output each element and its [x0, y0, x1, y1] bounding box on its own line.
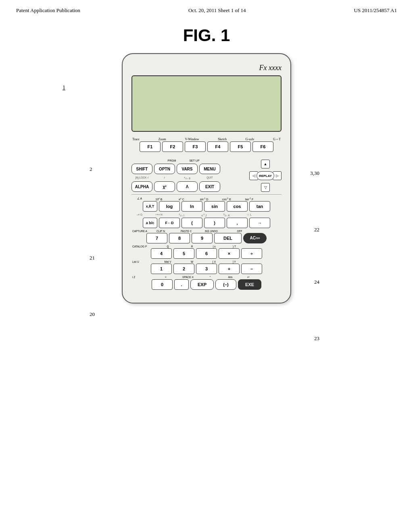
key-6[interactable]: 6: [196, 248, 217, 259]
patent-header: Patent Application Publication Oct. 20, …: [0, 0, 413, 14]
key-5[interactable]: 5: [173, 248, 194, 259]
key-cos[interactable]: cos: [227, 201, 248, 212]
func-labels-row: Trace Zoom V-Window Sketch G-solv G↔T: [131, 137, 282, 141]
row-0: 0 . EXP (–) EXE: [131, 279, 282, 290]
func-label-sketch: Sketch: [218, 137, 227, 141]
nav-cluster: ▲ ▽ ◁ ▷ REPLAY: [249, 160, 282, 192]
model-name: Fx xxxx: [131, 64, 282, 72]
replay-button[interactable]: REPLAY: [257, 171, 274, 180]
key-minus[interactable]: –: [241, 264, 262, 274]
key-ln[interactable]: ln: [181, 201, 202, 212]
above-789-labels: CAPTURE A CLIP N PASTE C INS UNDO OFF: [131, 230, 282, 233]
key-exit[interactable]: EXIT: [199, 181, 220, 192]
key-sin[interactable]: sin: [204, 201, 225, 212]
key-menu[interactable]: MENU: [199, 164, 220, 174]
key-f6[interactable]: F6: [252, 141, 273, 152]
key-exp[interactable]: EXP: [190, 279, 214, 290]
key-divide[interactable]: ÷: [241, 248, 262, 259]
header-right: US 2011/254857 A1: [354, 7, 397, 14]
header-middle: Oct. 20, 2011 Sheet 1 of 14: [188, 7, 246, 14]
above-0-labels: i Z = SPACE π " Ans ↵: [131, 276, 282, 279]
ann-20: 20: [90, 311, 95, 318]
header-left: Patent Application Publication: [16, 7, 80, 14]
key-1[interactable]: 1: [151, 264, 172, 274]
alpha-lock-row-labels: [A]-LOCK √ r x√– θ QUIT: [131, 176, 220, 180]
secondary-labels-row: –≡ G ÷+× H 3√– I x-1 J 5√– K ☆ L: [131, 213, 282, 217]
abc-row: a b/c F←D ( ) , →: [131, 218, 282, 228]
ann-23: 23: [314, 335, 319, 342]
key-shift[interactable]: SHIFT: [131, 164, 152, 174]
key-open-paren[interactable]: (: [181, 218, 202, 228]
alpha-row: ALPHA χ² Λ EXIT: [131, 181, 220, 192]
key-lambda[interactable]: Λ: [177, 181, 198, 192]
row-456: 4 5 6 × ÷: [131, 248, 282, 259]
func-label-vwindow: V-Window: [185, 137, 199, 141]
shift-row: PRGM SET UP SHIFT OPTN VARS MENU [A]-LOC…: [131, 159, 282, 192]
key-ac-on[interactable]: AC/on: [243, 233, 267, 243]
divider-1: [131, 194, 282, 195]
above-456-labels: CATALOG P Q R ( s ) T: [131, 245, 282, 248]
f-key-row: F1 F2 F3 F4 F5 F6: [131, 141, 282, 152]
ann-2: 2: [90, 166, 92, 172]
func-label-trace: Trace: [132, 137, 140, 141]
row-789: 7 8 9 DEL AC/on: [131, 233, 282, 243]
key-exe[interactable]: EXE: [238, 279, 261, 290]
key-f-to-d[interactable]: F←D: [159, 218, 180, 228]
trig-row: x,θ,T log ln sin cos tan: [131, 201, 282, 212]
directional-pad: ▲ ▽ ◁ ▷ REPLAY: [249, 160, 282, 192]
ann-21: 21: [90, 255, 95, 261]
row-123: 1 2 3 + –: [131, 264, 282, 274]
key-xtheta-t[interactable]: x,θ,T: [143, 201, 157, 212]
key-log[interactable]: log: [159, 201, 180, 212]
key-close-paren[interactable]: ): [204, 218, 225, 228]
key-f4[interactable]: F4: [207, 141, 228, 152]
key-arrow[interactable]: →: [249, 218, 270, 228]
key-plus[interactable]: +: [219, 264, 240, 274]
ann-24: 24: [314, 279, 319, 285]
ann-330: 3,30: [310, 170, 319, 177]
trig-above-labels: ∠ A 10x B ex C sin-1 D cos-1 E tan-1 F: [131, 197, 282, 201]
key-f2[interactable]: F2: [162, 141, 183, 152]
key-optn[interactable]: OPTN: [154, 164, 175, 174]
key-9[interactable]: 9: [192, 233, 213, 243]
calculator-wrapper: 2 21 20 3,30 22 24 23 Fx xxxx: [0, 53, 413, 303]
key-alpha[interactable]: ALPHA: [131, 181, 152, 192]
key-decimal[interactable]: .: [174, 279, 189, 290]
calculator: Fx xxxx Trace Zoom V-Window Sketch G-sol…: [122, 53, 291, 303]
key-neg[interactable]: (–): [215, 279, 236, 290]
screen: [131, 75, 282, 132]
key-comma[interactable]: ,: [227, 218, 248, 228]
func-label-zoom: Zoom: [159, 137, 166, 141]
key-2[interactable]: 2: [173, 264, 194, 274]
key-7[interactable]: 7: [146, 233, 167, 243]
nav-down-button[interactable]: ▽: [261, 183, 270, 192]
func-label-gt: G↔T: [273, 137, 281, 141]
key-times[interactable]: ×: [219, 248, 240, 259]
prgm-setup-labels: PRGM SET UP: [161, 159, 220, 162]
key-4[interactable]: 4: [151, 248, 172, 259]
ann-22: 22: [314, 227, 319, 233]
nav-up-button[interactable]: ▲: [261, 160, 270, 168]
key-vars[interactable]: VARS: [177, 164, 198, 174]
shift-optn-vars-menu-row: SHIFT OPTN VARS MENU: [131, 164, 220, 174]
key-8[interactable]: 8: [169, 233, 190, 243]
key-f1[interactable]: F1: [140, 141, 161, 152]
key-f3[interactable]: F3: [185, 141, 206, 152]
key-chi2[interactable]: χ²: [154, 181, 175, 192]
key-0[interactable]: 0: [152, 279, 173, 290]
ref-1: 1: [63, 85, 65, 91]
func-label-gsolv: G-solv: [246, 137, 254, 141]
key-3[interactable]: 3: [196, 264, 217, 274]
key-del[interactable]: DEL: [214, 233, 242, 243]
above-123-labels: List U Mat V W [ X ] Y: [131, 260, 282, 263]
figure-title: FIG. 1: [0, 26, 413, 45]
calculator-outer: 2 21 20 3,30 22 24 23 Fx xxxx: [122, 53, 291, 303]
key-abc[interactable]: a b/c: [143, 218, 157, 228]
key-tan[interactable]: tan: [249, 201, 270, 212]
key-f5[interactable]: F5: [230, 141, 251, 152]
